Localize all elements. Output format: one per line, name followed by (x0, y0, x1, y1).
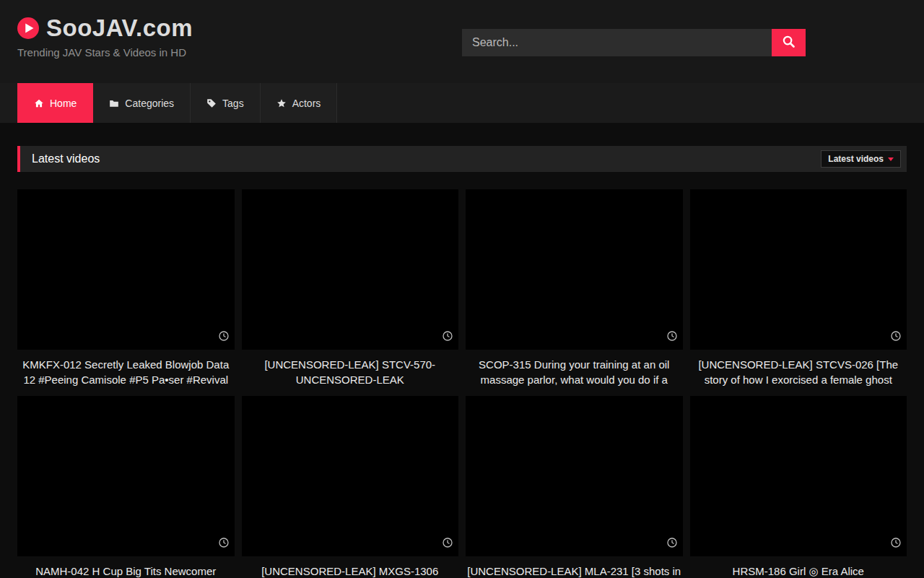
tag-icon (206, 98, 217, 108)
search-icon (783, 35, 795, 50)
video-title[interactable]: [UNCENSORED-LEAK] STCVS-026 [The story o… (690, 350, 907, 389)
video-card[interactable]: [UNCENSORED-LEAK] STCV-570-UNCENSORED-LE… (242, 189, 459, 389)
nav-item-tags[interactable]: Tags (191, 83, 261, 123)
clock-icon (891, 331, 901, 344)
search-bar (462, 29, 806, 56)
video-thumbnail[interactable] (17, 396, 235, 556)
main-content: Latest videos Latest videos KMKFX-012 Se… (0, 146, 924, 578)
video-thumbnail[interactable] (17, 189, 235, 350)
nav-item-label: Categories (125, 98, 174, 109)
nav-item-categories[interactable]: Categories (93, 83, 191, 123)
video-title[interactable]: SCOP-315 During your training at an oil … (466, 350, 683, 389)
section-header: Latest videos Latest videos (17, 146, 907, 172)
video-card[interactable]: [UNCENSORED-LEAK] STCVS-026 [The story o… (690, 189, 907, 389)
sort-dropdown[interactable]: Latest videos (821, 150, 901, 168)
clock-icon (667, 538, 677, 551)
home-icon (34, 98, 44, 108)
clock-icon (443, 331, 453, 344)
nav-item-home[interactable]: Home (17, 83, 93, 123)
video-title[interactable]: [UNCENSORED-LEAK] MXGS-1306 Absolutely (242, 556, 459, 578)
video-title[interactable]: [UNCENSORED-LEAK] STCV-570-UNCENSORED-LE… (242, 350, 459, 389)
video-title[interactable]: KMKFX-012 Secretly Leaked Blowjob Data 1… (17, 350, 235, 389)
star-icon (276, 98, 287, 108)
video-thumbnail[interactable] (242, 189, 459, 350)
clock-icon (667, 331, 677, 344)
video-title[interactable]: [UNCENSORED-LEAK] MLA-231 [3 shots in (466, 556, 683, 578)
play-logo-icon (17, 17, 39, 39)
clock-icon (219, 331, 229, 344)
search-button[interactable] (772, 29, 806, 56)
site-header: SooJAV.com Trending JAV Stars & Videos i… (0, 0, 924, 83)
clock-icon (219, 538, 229, 551)
video-card[interactable]: NAMH-042 H Cup Big Tits Newcomer (170cm … (17, 396, 235, 578)
chevron-down-icon (888, 158, 894, 161)
video-card[interactable]: [UNCENSORED-LEAK] MLA-231 [3 shots in (466, 396, 683, 578)
video-card[interactable]: SCOP-315 During your training at an oil … (466, 189, 683, 389)
section-title: Latest videos (32, 152, 100, 165)
video-thumbnail[interactable] (242, 396, 459, 556)
video-card[interactable]: HRSM-186 Girl ◎ Era Alice (690, 396, 907, 578)
clock-icon (443, 538, 453, 551)
nav-item-actors[interactable]: Actors (261, 83, 338, 123)
video-thumbnail[interactable] (466, 189, 683, 350)
video-title[interactable]: NAMH-042 H Cup Big Tits Newcomer (170cm … (17, 556, 235, 578)
sort-dropdown-label: Latest videos (828, 154, 884, 164)
nav-item-label: Home (50, 98, 77, 109)
nav-item-label: Tags (222, 98, 244, 109)
search-input[interactable] (462, 29, 772, 56)
video-card[interactable]: KMKFX-012 Secretly Leaked Blowjob Data 1… (17, 189, 235, 389)
video-grid: KMKFX-012 Secretly Leaked Blowjob Data 1… (17, 189, 907, 578)
video-title[interactable]: HRSM-186 Girl ◎ Era Alice (690, 556, 907, 578)
video-thumbnail[interactable] (466, 396, 683, 556)
clock-icon (891, 538, 901, 551)
site-title: SooJAV.com (46, 14, 193, 42)
nav-item-label: Actors (292, 98, 321, 109)
video-thumbnail[interactable] (690, 189, 907, 350)
main-nav: Home Categories Tags Actors (0, 83, 924, 123)
folder-icon (109, 98, 119, 108)
video-card[interactable]: [UNCENSORED-LEAK] MXGS-1306 Absolutely (242, 396, 459, 578)
video-thumbnail[interactable] (690, 396, 907, 556)
